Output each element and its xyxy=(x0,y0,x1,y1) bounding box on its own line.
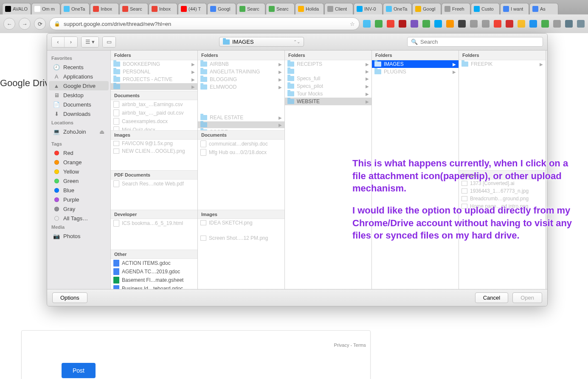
sidebar-item[interactable]: Blue xyxy=(49,185,109,195)
list-item[interactable]: Specs_full▶ xyxy=(285,75,371,82)
extension-icon[interactable] xyxy=(506,20,513,28)
sidebar-item[interactable]: Orange xyxy=(49,157,109,167)
list-item[interactable]: Mfg Hub ou…0/2/18.docx xyxy=(198,148,284,157)
extension-icon[interactable] xyxy=(565,20,573,28)
list-item[interactable]: BLOGGING▶ xyxy=(198,76,284,83)
list-item[interactable]: RECEIPTS▶ xyxy=(285,60,371,68)
extension-icon[interactable] xyxy=(482,20,490,28)
sidebar-item[interactable]: AApplications xyxy=(49,72,109,81)
list-item[interactable]: ▶ xyxy=(111,83,197,90)
post-button[interactable]: Post xyxy=(62,363,96,378)
sidebar-item[interactable]: Purple xyxy=(49,195,109,204)
browser-tab[interactable]: Inbox xyxy=(149,3,177,14)
list-item[interactable]: FREEPIK▶ xyxy=(459,60,546,68)
browser-tab[interactable]: Om m xyxy=(31,3,60,14)
list-item[interactable]: REAL ESTATE▶ xyxy=(198,114,284,121)
browser-tab[interactable]: Freeh xyxy=(442,3,470,14)
list-item[interactable]: PROJECTS - ACTIVE▶ xyxy=(111,76,197,83)
forward-button[interactable]: › xyxy=(65,37,77,47)
list-item[interactable]: Basement Fl…mate.gsheet xyxy=(111,276,197,284)
list-item[interactable]: PERSONAL▶ xyxy=(111,68,197,76)
reload-button[interactable]: ⟳ xyxy=(34,18,46,30)
group-by-button[interactable]: ▭ xyxy=(103,37,115,47)
sidebar-item[interactable]: Gray xyxy=(49,204,109,213)
extension-icon[interactable] xyxy=(577,20,585,28)
extension-icon[interactable] xyxy=(518,20,525,28)
list-item[interactable]: NEW CLIEN…OOGLE).png xyxy=(111,147,197,155)
list-item[interactable]: IDEA SKETCH.png xyxy=(198,219,284,227)
browser-tab[interactable]: Inbox xyxy=(90,3,119,14)
sidebar-item[interactable]: 🖥Desktop xyxy=(49,90,109,100)
sidebar-item[interactable]: 📄Documents xyxy=(49,100,109,109)
list-item[interactable]: FAVICON 9@1.5x.png xyxy=(111,140,197,147)
sidebar-item[interactable]: ▲Google Drive xyxy=(49,81,109,90)
browser-tab[interactable]: (44) T xyxy=(178,3,207,14)
sidebar-item[interactable]: 📷Photos xyxy=(49,231,109,241)
list-item[interactable]: Caseexamples.docx xyxy=(111,117,197,126)
list-item[interactable]: airbnb_tax_…Earnings.csv xyxy=(111,100,197,109)
path-selector[interactable]: IMAGES ⌃⌄ xyxy=(219,37,304,47)
extension-icon[interactable] xyxy=(411,20,418,28)
extension-icon[interactable] xyxy=(422,20,430,28)
browser-tab[interactable]: Custo xyxy=(471,3,500,14)
browser-tab[interactable]: INV-0 xyxy=(354,3,383,14)
list-item[interactable]: Search Res…note Web.pdf xyxy=(111,180,197,188)
url-field[interactable]: 🔒 support.google.com/drive/thread/new?hl… xyxy=(49,17,360,30)
extension-icon[interactable] xyxy=(553,20,561,28)
forward-button[interactable]: → xyxy=(19,18,31,30)
eject-icon[interactable]: ⏏ xyxy=(99,129,104,135)
browser-tab[interactable]: Searc xyxy=(119,3,148,14)
browser-tab[interactable]: OneTa xyxy=(383,3,412,14)
options-button[interactable]: Options xyxy=(52,292,87,303)
list-item[interactable]: AIRBNB▶ xyxy=(198,60,284,68)
browser-tab[interactable]: Searc xyxy=(266,3,295,14)
cancel-button[interactable]: Cancel xyxy=(475,292,508,303)
list-item[interactable]: ACTION ITEMS.gdoc xyxy=(111,259,197,267)
search-field[interactable]: 🔍 xyxy=(407,37,543,47)
list-item[interactable]: Business Id…teboard.gdoc xyxy=(111,284,197,289)
browser-tab[interactable]: Holida xyxy=(295,3,324,14)
list-item[interactable]: ICS bookma…6_5_19.html xyxy=(111,219,197,227)
sidebar-item[interactable]: All Tags… xyxy=(49,213,109,223)
list-item[interactable]: ELMWOOD▶ xyxy=(198,83,284,91)
star-icon[interactable]: ☆ xyxy=(350,21,355,27)
search-input[interactable] xyxy=(420,39,539,45)
back-button[interactable]: ← xyxy=(3,18,15,30)
browser-tab[interactable]: Searc xyxy=(236,3,265,14)
extension-icon[interactable] xyxy=(470,20,478,28)
list-item[interactable]: Specs_pilot▶ xyxy=(285,82,371,90)
extension-icon[interactable] xyxy=(446,20,454,28)
sidebar-item[interactable]: ⬇Downloads xyxy=(49,109,109,118)
list-item[interactable]: SCORE▶ xyxy=(198,128,284,130)
sidebar-item[interactable]: Green xyxy=(49,176,109,185)
list-item[interactable]: Mini Quiz.docx xyxy=(111,126,197,131)
extension-icon[interactable] xyxy=(375,20,383,28)
sidebar-item[interactable]: Red xyxy=(49,148,109,157)
list-item[interactable]: IMAGES▶ xyxy=(372,60,459,68)
list-item[interactable]: WEBSITE▶ xyxy=(285,98,371,105)
browser-tab[interactable]: I want xyxy=(500,3,529,14)
browser-tab[interactable]: Googl xyxy=(412,3,441,14)
privacy-terms[interactable]: Privacy - Terms xyxy=(334,343,366,348)
back-button[interactable]: ‹ xyxy=(52,37,65,47)
list-item[interactable]: PLUGINS▶ xyxy=(372,68,459,76)
list-item[interactable]: communicat…dership.doc xyxy=(198,140,284,148)
extension-icon[interactable] xyxy=(494,20,501,28)
view-columns-button[interactable]: ☰ ▾ xyxy=(82,37,98,47)
list-item[interactable]: Tour Mocks▶ xyxy=(285,90,371,98)
extension-icon[interactable] xyxy=(458,20,466,28)
list-item[interactable]: airbnb_tax_…_paid out.csv xyxy=(111,109,197,117)
list-item[interactable]: ANGELITA TRAINING▶ xyxy=(198,68,284,76)
browser-tab[interactable]: OneTa xyxy=(61,3,90,14)
sidebar-item[interactable]: 💻ZohoJoin⏏ xyxy=(49,127,109,136)
extension-icon[interactable] xyxy=(387,20,394,28)
browser-tab[interactable]: As xyxy=(529,3,558,14)
browser-tab[interactable]: AVALO xyxy=(2,3,31,14)
list-item[interactable]: BOOKKEEPING▶ xyxy=(111,60,197,68)
browser-tab[interactable]: Client xyxy=(324,3,353,14)
extension-icon[interactable] xyxy=(399,20,406,28)
extension-icon[interactable] xyxy=(363,20,371,28)
list-item[interactable]: AGENDA TC…2019.gdoc xyxy=(111,267,197,276)
list-item[interactable]: ▶ xyxy=(285,68,371,75)
browser-tab[interactable]: Googl xyxy=(207,3,236,14)
